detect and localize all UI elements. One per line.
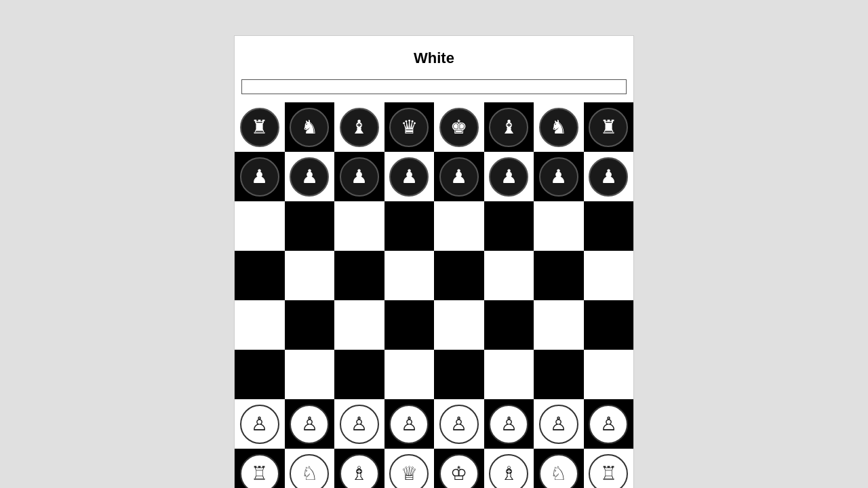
white-queen[interactable]: ♕ [389,454,429,489]
black-knight[interactable]: ♞ [539,108,578,147]
black-pawn[interactable]: ♟ [439,157,479,197]
cell-0-6[interactable]: ♞ [534,102,584,152]
cell-4-5[interactable] [484,300,534,350]
cell-3-0[interactable] [235,251,285,300]
cell-6-2[interactable]: ♙ [334,399,384,449]
cell-2-6[interactable] [534,201,584,251]
cell-5-3[interactable] [384,350,435,399]
black-pawn[interactable]: ♟ [240,157,279,197]
cell-4-7[interactable] [584,300,634,350]
cell-1-1[interactable]: ♟ [285,152,335,201]
white-pawn[interactable]: ♙ [439,405,479,444]
white-pawn[interactable]: ♙ [389,405,429,444]
cell-7-2[interactable]: ♗ [334,449,384,488]
cell-2-1[interactable] [285,201,335,251]
cell-6-7[interactable]: ♙ [584,399,634,449]
cell-1-0[interactable]: ♟ [235,152,285,201]
white-rook[interactable]: ♖ [589,454,628,489]
cell-3-5[interactable] [484,251,534,300]
cell-2-7[interactable] [584,201,634,251]
cell-6-4[interactable]: ♙ [434,399,484,449]
black-pawn[interactable]: ♟ [340,157,379,197]
cell-4-6[interactable] [534,300,584,350]
cell-2-5[interactable] [484,201,534,251]
black-pawn[interactable]: ♟ [539,157,578,197]
cell-0-1[interactable]: ♞ [285,102,335,152]
cell-7-0[interactable]: ♖ [235,449,285,488]
progress-bar-container [235,74,633,102]
cell-3-1[interactable] [285,251,335,300]
white-pawn[interactable]: ♙ [240,405,279,444]
cell-4-4[interactable] [434,300,484,350]
cell-4-2[interactable] [334,300,384,350]
cell-3-3[interactable] [384,251,435,300]
chess-board[interactable]: ♜♞♝♛♚♝♞♜♟♟♟♟♟♟♟♟♙♙♙♙♙♙♙♙♖♘♗♕♔♗♘♖ [235,102,633,488]
cell-1-7[interactable]: ♟ [584,152,634,201]
cell-2-4[interactable] [434,201,484,251]
cell-1-3[interactable]: ♟ [384,152,435,201]
black-rook[interactable]: ♜ [240,108,279,147]
cell-2-2[interactable] [334,201,384,251]
white-pawn[interactable]: ♙ [539,405,578,444]
cell-0-3[interactable]: ♛ [384,102,435,152]
black-knight[interactable]: ♞ [290,108,329,147]
cell-4-3[interactable] [384,300,435,350]
black-queen[interactable]: ♛ [389,108,429,147]
cell-6-1[interactable]: ♙ [285,399,335,449]
cell-7-1[interactable]: ♘ [285,449,335,488]
white-knight[interactable]: ♘ [290,454,329,489]
cell-7-5[interactable]: ♗ [484,449,534,488]
cell-0-2[interactable]: ♝ [334,102,384,152]
cell-3-6[interactable] [534,251,584,300]
white-pawn[interactable]: ♙ [589,405,628,444]
cell-4-1[interactable] [285,300,335,350]
cell-6-5[interactable]: ♙ [484,399,534,449]
cell-3-4[interactable] [434,251,484,300]
cell-5-4[interactable] [434,350,484,399]
cell-0-5[interactable]: ♝ [484,102,534,152]
cell-3-2[interactable] [334,251,384,300]
cell-2-0[interactable] [235,201,285,251]
white-king[interactable]: ♔ [439,454,479,489]
cell-1-2[interactable]: ♟ [334,152,384,201]
cell-2-3[interactable] [384,201,435,251]
black-pawn[interactable]: ♟ [389,157,429,197]
white-pawn[interactable]: ♙ [340,405,379,444]
cell-0-0[interactable]: ♜ [235,102,285,152]
cell-6-6[interactable]: ♙ [534,399,584,449]
cell-5-5[interactable] [484,350,534,399]
white-bishop[interactable]: ♗ [489,454,528,489]
black-rook[interactable]: ♜ [589,108,628,147]
cell-6-0[interactable]: ♙ [235,399,285,449]
white-bishop[interactable]: ♗ [340,454,379,489]
cell-1-5[interactable]: ♟ [484,152,534,201]
cell-5-2[interactable] [334,350,384,399]
white-pawn[interactable]: ♙ [290,405,329,444]
cell-3-7[interactable] [584,251,634,300]
white-rook[interactable]: ♖ [240,454,279,489]
cell-5-6[interactable] [534,350,584,399]
cell-4-0[interactable] [235,300,285,350]
cell-7-7[interactable]: ♖ [584,449,634,488]
white-pawn[interactable]: ♙ [489,405,528,444]
cell-0-7[interactable]: ♜ [584,102,634,152]
cell-1-4[interactable]: ♟ [434,152,484,201]
black-bishop[interactable]: ♝ [489,108,528,147]
black-bishop[interactable]: ♝ [340,108,379,147]
chess-app: White ♜♞♝♛♚♝♞♜♟♟♟♟♟♟♟♟♙♙♙♙♙♙♙♙♖♘♗♕♔♗♘♖ [234,35,634,488]
black-pawn[interactable]: ♟ [489,157,528,197]
cell-5-1[interactable] [285,350,335,399]
cell-7-3[interactable]: ♕ [384,449,435,488]
white-knight[interactable]: ♘ [539,454,578,489]
black-pawn[interactable]: ♟ [290,157,329,197]
black-pawn[interactable]: ♟ [589,157,628,197]
cell-5-7[interactable] [584,350,634,399]
black-king[interactable]: ♚ [439,108,479,147]
cell-7-4[interactable]: ♔ [434,449,484,488]
cell-6-3[interactable]: ♙ [384,399,435,449]
cell-7-6[interactable]: ♘ [534,449,584,488]
cell-1-6[interactable]: ♟ [534,152,584,201]
cell-0-4[interactable]: ♚ [434,102,484,152]
board-container: ♜♞♝♛♚♝♞♜♟♟♟♟♟♟♟♟♙♙♙♙♙♙♙♙♖♘♗♕♔♗♘♖ [235,102,633,488]
cell-5-0[interactable] [235,350,285,399]
